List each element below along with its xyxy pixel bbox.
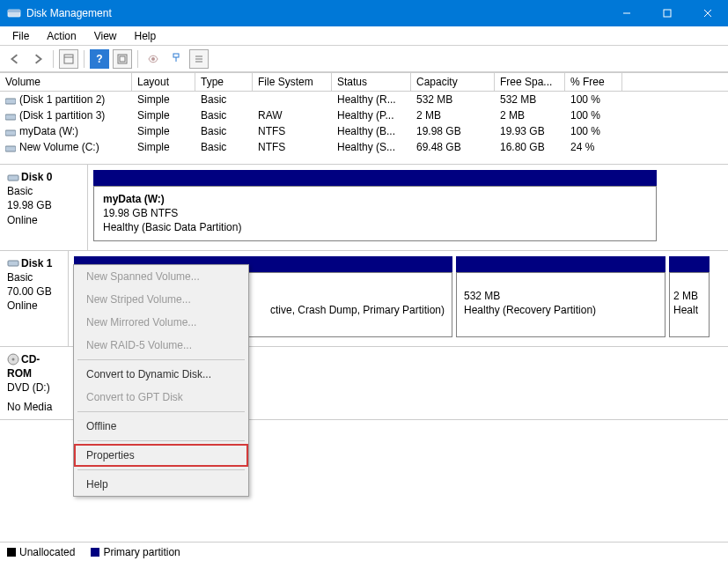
disk0-info[interactable]: Disk 0 Basic 19.98 GB Online: [0, 165, 88, 250]
cell-free: 532 MB: [495, 92, 565, 107]
cell-cap: 532 MB: [411, 92, 495, 107]
swatch-black: [7, 548, 16, 557]
disk1-info[interactable]: Disk 1 Basic 70.00 GB Online: [0, 251, 69, 346]
legend-unallocated: Unallocated: [7, 546, 75, 558]
disk-icon: [7, 257, 19, 269]
volume-header-bar: [456, 256, 665, 272]
toolbar-sep: [84, 50, 85, 68]
col-filesystem[interactable]: File System: [253, 73, 332, 91]
disk0-vol-title: myData (W:): [103, 193, 165, 205]
help-icon[interactable]: ?: [90, 49, 109, 69]
close-button[interactable]: [688, 0, 728, 26]
ctx-new-striped[interactable]: New Striped Volume...: [74, 288, 248, 311]
volume-header-bar: [669, 256, 710, 272]
cdrom-info[interactable]: CD-ROM DVD (D:) No Media: [0, 347, 69, 420]
refresh-button[interactable]: [113, 49, 132, 69]
cdrom-line3: No Media: [7, 400, 62, 414]
ctx-properties[interactable]: Properties: [74, 444, 248, 467]
table-row[interactable]: New Volume (C:) Simple Basic NTFS Health…: [0, 139, 728, 155]
ctx-convert-dynamic[interactable]: Convert to Dynamic Disk...: [74, 363, 248, 386]
menu-help[interactable]: Help: [128, 28, 164, 44]
col-pfree[interactable]: % Free: [565, 73, 622, 91]
toolbar-sep: [137, 50, 138, 68]
window-buttons: [607, 0, 728, 26]
disk1-vol-recovery[interactable]: 532 MB Healthy (Recovery Partition): [456, 272, 665, 337]
volume-icon: [5, 96, 16, 105]
cell-volume: myData (W:): [19, 125, 78, 137]
ctx-convert-gpt[interactable]: Convert to GPT Disk: [74, 386, 248, 409]
disk1-status: Online: [7, 299, 61, 313]
col-layout[interactable]: Layout: [132, 73, 195, 91]
titlebar: Disk Management: [0, 0, 728, 26]
cell-volume: (Disk 1 partition 2): [19, 93, 105, 106]
legend-primary: Primary partition: [91, 546, 180, 558]
cdrom-line2: DVD (D:): [7, 380, 62, 395]
volume-icon: [5, 128, 16, 137]
col-capacity[interactable]: Capacity: [411, 73, 495, 91]
col-free[interactable]: Free Spa...: [495, 73, 565, 91]
cell-free: 19.93 GB: [495, 124, 565, 138]
svg-rect-11: [173, 54, 179, 57]
ctx-new-mirrored[interactable]: New Mirrored Volume...: [74, 311, 248, 334]
maximize-button[interactable]: [647, 0, 688, 26]
legend-primary-label: Primary partition: [103, 546, 180, 558]
ctx-help[interactable]: Help: [74, 473, 248, 496]
ctx-new-spanned[interactable]: New Spanned Volume...: [74, 265, 248, 288]
back-button[interactable]: [5, 49, 25, 69]
disk0-name: Disk 0: [21, 171, 52, 183]
action-icon[interactable]: [143, 49, 163, 69]
context-menu: New Spanned Volume... New Striped Volume…: [73, 264, 249, 497]
disk1-v2-line1: 2 MB: [673, 289, 705, 303]
window-title: Disk Management: [26, 7, 607, 19]
menubar: File Action View Help: [0, 26, 728, 46]
list-view-button[interactable]: [189, 49, 209, 69]
cell-layout: Simple: [132, 140, 195, 154]
menu-view[interactable]: View: [87, 28, 124, 44]
disk1-vol-small[interactable]: 2 MB Healt: [669, 272, 710, 337]
table-row[interactable]: (Disk 1 partition 3) Simple Basic RAW He…: [0, 107, 728, 123]
svg-rect-19: [5, 146, 16, 151]
cell-type: Basic: [195, 140, 253, 154]
table-row[interactable]: myData (W:) Simple Basic NTFS Healthy (B…: [0, 123, 728, 139]
svg-point-10: [151, 57, 155, 61]
menu-action[interactable]: Action: [40, 28, 83, 44]
disk1-v1-line2: Healthy (Recovery Partition): [464, 303, 658, 317]
ctx-offline[interactable]: Offline: [74, 415, 248, 438]
ctx-separator: [77, 469, 245, 470]
svg-point-23: [12, 358, 15, 361]
disk0-volume-box[interactable]: myData (W:) 19.98 GB NTFS Healthy (Basic…: [93, 186, 657, 241]
disk1-v2-line2: Healt: [673, 303, 705, 317]
settings-icon[interactable]: [166, 49, 186, 69]
forward-button[interactable]: [28, 49, 48, 69]
show-hide-button[interactable]: [59, 49, 78, 69]
table-row[interactable]: (Disk 1 partition 2) Simple Basic Health…: [0, 92, 728, 107]
app-icon: [7, 6, 21, 20]
col-type[interactable]: Type: [195, 73, 253, 91]
svg-rect-1: [8, 10, 20, 12]
col-volume[interactable]: Volume: [0, 73, 132, 91]
disk1-v1-line1: 532 MB: [464, 289, 658, 303]
disk1-type: Basic: [7, 270, 61, 284]
menu-file[interactable]: File: [5, 28, 36, 44]
cell-fs: RAW: [253, 108, 332, 122]
cdrom-icon: [7, 353, 19, 365]
ctx-separator: [77, 440, 245, 441]
ctx-new-raid5[interactable]: New RAID-5 Volume...: [74, 334, 248, 357]
svg-rect-3: [664, 10, 671, 17]
cell-status: Healthy (B...: [332, 124, 411, 138]
disk0-vol-line2: 19.98 GB NTFS: [103, 206, 647, 220]
cell-type: Basic: [195, 124, 253, 138]
svg-rect-17: [5, 114, 16, 120]
disk0-block: Disk 0 Basic 19.98 GB Online myData (W:)…: [0, 165, 728, 251]
volume-table-body: (Disk 1 partition 2) Simple Basic Health…: [0, 92, 728, 155]
cell-type: Basic: [195, 92, 253, 107]
disk1-size: 70.00 GB: [7, 284, 61, 299]
cell-fs: [253, 92, 332, 107]
col-spacer: [622, 73, 728, 91]
cell-free: 16.80 GB: [495, 140, 565, 154]
disk0-status: Online: [7, 213, 80, 227]
minimize-button[interactable]: [607, 0, 647, 26]
volume-header-bar: [93, 170, 657, 186]
disk0-vol-line3: Healthy (Basic Data Partition): [103, 220, 647, 234]
col-status[interactable]: Status: [332, 73, 411, 91]
